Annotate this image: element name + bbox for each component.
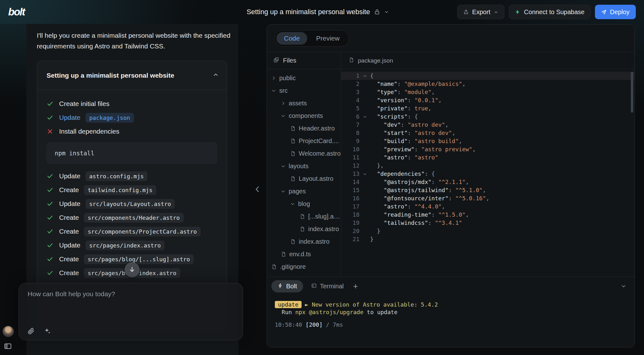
tree-folder-assets[interactable]: assets xyxy=(267,97,341,109)
chat-input[interactable] xyxy=(28,290,229,317)
connect-supabase-button[interactable]: Connect to Supabase xyxy=(509,5,590,19)
file-chip[interactable]: src/components/Header.astro xyxy=(84,213,184,223)
line-number: 8 xyxy=(341,129,359,137)
fold-chevron-icon[interactable] xyxy=(359,170,370,178)
fold-spacer xyxy=(359,153,370,162)
task-label: Create xyxy=(59,269,79,277)
line-number: 19 xyxy=(341,219,359,227)
tree-file-header-astro[interactable]: Header.astro xyxy=(267,122,341,135)
open-file-name[interactable]: package.json xyxy=(358,57,393,64)
tree-file-layout-astro[interactable]: Layout.astro xyxy=(267,172,341,185)
lock-icon[interactable] xyxy=(374,9,380,15)
file-chip[interactable]: src/components/ProjectCard.astro xyxy=(84,227,201,236)
tree-file-welcome-astro[interactable]: Welcome.astro xyxy=(267,147,341,160)
fold-spacer xyxy=(359,211,370,219)
fold-spacer xyxy=(359,121,370,129)
file-explorer-header: Files xyxy=(267,52,341,69)
code-editor[interactable]: 1{2 "name": "@example/basics",3 "type": … xyxy=(341,69,635,277)
tree-folder-pages[interactable]: pages xyxy=(267,185,341,197)
tree-folder-src[interactable]: src xyxy=(267,84,341,97)
enhance-prompt-icon[interactable] xyxy=(43,327,51,335)
fold-spacer xyxy=(359,104,370,113)
fold-spacer xyxy=(359,194,370,202)
check-icon xyxy=(47,114,54,121)
avatar[interactable] xyxy=(3,326,14,337)
file-icon xyxy=(300,226,305,232)
task-code-block: npm install xyxy=(47,142,217,164)
tab-terminal[interactable]: Terminal xyxy=(307,280,348,292)
check-icon xyxy=(47,242,54,249)
export-button[interactable]: Export xyxy=(457,5,505,19)
code-line: 12 }, xyxy=(341,162,635,170)
scroll-to-bottom-button[interactable] xyxy=(125,262,140,277)
tree-file-env-d-ts[interactable]: env.d.ts xyxy=(267,248,341,260)
editor-scrollbar[interactable] xyxy=(631,72,633,113)
tab-preview[interactable]: Preview xyxy=(308,32,347,45)
tree-file-slug-astro[interactable]: [...slug].astro xyxy=(267,210,341,223)
file-chip[interactable]: src/layouts/Layout.astro xyxy=(86,199,175,209)
collapse-plan-button[interactable] xyxy=(205,61,227,90)
fold-spacer xyxy=(359,80,370,88)
check-icon xyxy=(47,200,54,207)
tree-file-gitignore[interactable]: .gitignore xyxy=(267,260,341,273)
assistant-message: I'll help you create a minimalist person… xyxy=(37,30,241,52)
attachment-icon[interactable] xyxy=(27,327,35,335)
code-line: 15 "@astrojs/tailwind": "^5.1.0", xyxy=(341,186,635,194)
line-number: 6 xyxy=(341,113,359,121)
line-number: 14 xyxy=(341,178,359,186)
topbar: bolt Setting up a minimalist personal we… xyxy=(0,0,644,24)
panel-collapse-handle[interactable] xyxy=(253,184,262,195)
tab-bolt-terminal[interactable]: Bolt xyxy=(271,280,303,292)
task-label: Create xyxy=(59,228,79,235)
bolt-logo[interactable]: bolt xyxy=(8,6,25,18)
chevron-down-icon xyxy=(271,88,276,93)
deploy-button[interactable]: Deploy xyxy=(595,5,636,19)
tree-file-index-astro[interactable]: index.astro xyxy=(267,223,341,235)
task-row: Create initial files xyxy=(47,97,217,111)
line-number: 3 xyxy=(341,88,359,96)
task-label: Update xyxy=(59,200,80,208)
line-number: 4 xyxy=(341,96,359,104)
fold-spacer xyxy=(359,96,370,104)
file-icon xyxy=(290,138,296,144)
fold-chevron-icon[interactable] xyxy=(359,72,370,80)
workbench-tabbar: Code Preview xyxy=(267,25,635,52)
sidebar-toggle-icon[interactable] xyxy=(4,342,12,350)
tree-file-index-astro[interactable]: index.astro xyxy=(267,235,341,248)
fold-chevron-icon[interactable] xyxy=(359,113,370,121)
line-number: 18 xyxy=(341,211,359,219)
view-switcher: Code Preview xyxy=(275,30,349,47)
error-icon xyxy=(47,128,54,135)
topbar-actions: Export Connect to Supabase Deploy xyxy=(457,5,636,19)
file-chip[interactable]: src/pages/index.astro xyxy=(86,241,165,250)
chevron-down-icon xyxy=(281,164,286,169)
new-terminal-button[interactable]: + xyxy=(353,281,358,291)
chevron-down-icon[interactable] xyxy=(384,9,389,14)
tree-folder-blog[interactable]: blog xyxy=(267,197,341,210)
arrow-down-icon xyxy=(129,266,136,274)
line-number: 11 xyxy=(341,153,359,162)
code-line: 17 "astro": "^4.4.0", xyxy=(341,202,635,211)
file-chip[interactable]: tailwind.config.mjs xyxy=(84,185,156,195)
task-row: Createtailwind.config.mjs xyxy=(47,183,217,197)
code-line: 1{ xyxy=(341,72,635,80)
collapse-terminal-button[interactable] xyxy=(621,283,626,289)
file-chip[interactable]: astro.config.mjs xyxy=(86,171,147,181)
fold-spacer xyxy=(359,137,370,145)
tree-file-projectcard[interactable]: ProjectCard.... xyxy=(267,135,341,147)
terminal-icon xyxy=(311,283,317,290)
terminal-line: 10:58:40 [200] / 7ms xyxy=(275,321,627,329)
check-icon xyxy=(47,173,54,180)
file-chip[interactable]: package.json xyxy=(86,113,134,123)
tree-folder-components[interactable]: components xyxy=(267,109,341,122)
tree-folder-layouts[interactable]: layouts xyxy=(267,160,341,172)
chevron-down-icon xyxy=(281,189,286,194)
tab-code[interactable]: Code xyxy=(276,32,307,45)
tree-folder-public[interactable]: public xyxy=(267,72,341,84)
deploy-label: Deploy xyxy=(610,8,630,16)
chevron-down-icon xyxy=(290,202,295,206)
file-chip[interactable]: src/pages/blog/[...slug].astro xyxy=(84,254,194,264)
task-label: Create xyxy=(59,214,79,221)
files-label: Files xyxy=(283,57,296,64)
terminal-panel: Bolt Terminal + update ► New version of … xyxy=(267,277,635,347)
